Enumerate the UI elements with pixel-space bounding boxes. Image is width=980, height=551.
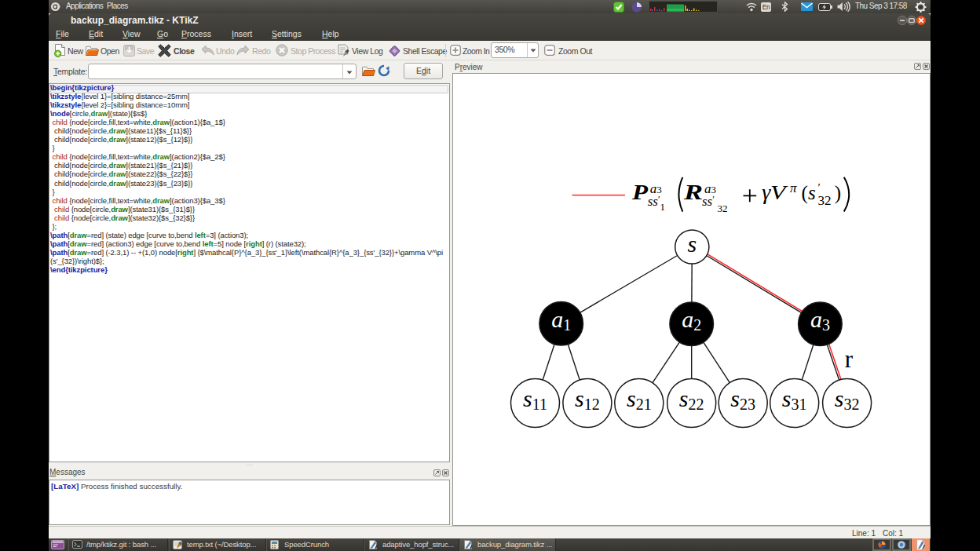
svg-text:(: ( (801, 182, 807, 204)
svg-text:32: 32 (718, 203, 728, 214)
svg-text:): ) (835, 182, 841, 204)
svg-text:ss′: ss′ (702, 194, 715, 209)
svg-text:P: P (631, 180, 649, 204)
svg-text:π: π (790, 181, 797, 195)
svg-text:s: s (687, 231, 697, 257)
svg-text:V: V (770, 181, 788, 204)
svg-text:′: ′ (818, 181, 821, 194)
svg-text:r: r (845, 345, 854, 373)
svg-text:s: s (808, 182, 816, 203)
svg-text:R: R (683, 180, 703, 204)
svg-text:ss′1: ss′1 (648, 194, 665, 213)
svg-text:32: 32 (818, 193, 832, 208)
